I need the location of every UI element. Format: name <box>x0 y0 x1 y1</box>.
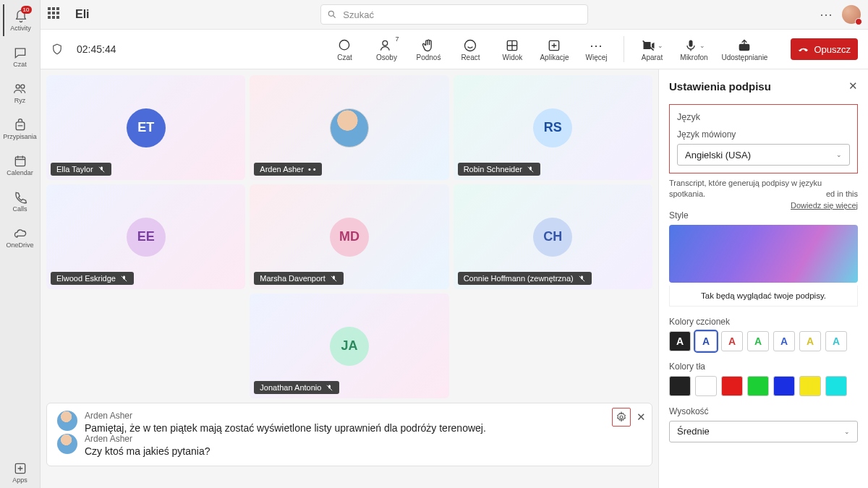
rail-assignments[interactable]: Przypisania <box>3 113 38 145</box>
gear-icon <box>616 411 627 423</box>
rail-onedrive[interactable]: OneDrive <box>3 221 38 253</box>
avatar-initials: EE <box>127 218 166 257</box>
bg-color-swatch[interactable] <box>747 376 769 396</box>
bg-color-swatch[interactable] <box>799 376 821 396</box>
shield-icon[interactable] <box>51 43 64 56</box>
participant-tile[interactable]: JAJonathan Antonio <box>250 294 448 398</box>
captions-close-button[interactable]: ✕ <box>637 411 646 424</box>
caption-row: Arden AsherCzy ktoś ma jakieś pytania? <box>57 434 642 457</box>
panel-title: Ustawienia podpisu <box>669 80 771 93</box>
bg-color-swatch[interactable] <box>773 376 795 396</box>
font-color-swatch[interactable]: A <box>799 331 821 351</box>
backpack-icon <box>12 117 28 133</box>
meeting-toolbar: 02:45:44 Czat 7Osoby Podnoś React Widok … <box>41 29 868 69</box>
toolbar-people[interactable]: 7Osoby <box>372 38 401 61</box>
learn-more-link[interactable]: Dowiedz się więcej <box>791 200 858 211</box>
caption-speaker: Arden Asher <box>85 411 486 421</box>
svg-point-0 <box>16 85 20 88</box>
toolbar-share[interactable]: Udostępnianie <box>721 38 767 61</box>
phone-down-icon <box>798 43 809 55</box>
avatar-initials: CH <box>533 218 572 257</box>
style-preview <box>669 225 858 283</box>
top-bar: Eli Szukać ⋯ <box>41 0 868 29</box>
toolbar-apps[interactable]: Aplikacje <box>540 38 569 61</box>
leave-button[interactable]: Opuszcz <box>791 38 858 60</box>
bg-color-swatch[interactable] <box>669 376 691 396</box>
toolbar-react[interactable]: React <box>456 38 485 61</box>
participant-tile[interactable]: RSRobin Schneider <box>454 75 652 180</box>
search-input[interactable]: Szukać <box>320 4 588 25</box>
participant-tile[interactable]: ETElla Taylor <box>46 75 245 180</box>
panel-close-button[interactable]: ✕ <box>848 80 858 93</box>
bg-color-swatch[interactable] <box>695 376 717 396</box>
share-icon <box>736 38 752 53</box>
chevron-down-icon: ⌄ <box>658 42 663 49</box>
participant-name-bar: Marsha Davenport <box>254 272 344 285</box>
captions-settings-button[interactable] <box>612 408 631 427</box>
rail-apps[interactable]: Apps <box>3 456 38 488</box>
caption-speaker: Arden Asher <box>85 434 210 444</box>
spoken-language-select[interactable]: Angielski (USA) ⌄ <box>677 144 850 166</box>
avatar-initials: MD <box>330 218 369 257</box>
rail-activity[interactable]: 10 Activity <box>3 4 38 36</box>
font-color-swatch[interactable]: A <box>825 331 847 351</box>
mic-off-icon <box>330 275 338 283</box>
rail-calendar[interactable]: Calendar <box>3 149 38 181</box>
avatar[interactable] <box>842 5 861 24</box>
bg-color-swatch[interactable] <box>825 376 847 396</box>
rail-teams[interactable]: Ryz <box>3 77 38 108</box>
grid-icon <box>504 38 520 53</box>
svg-point-7 <box>383 40 388 46</box>
svg-point-5 <box>329 11 334 16</box>
height-select[interactable]: Średnie ⌄ <box>669 421 858 442</box>
rail-calls[interactable]: Calls <box>3 185 38 217</box>
toolbar-more[interactable]: ⋯Więcej <box>582 38 610 61</box>
person-icon: 7 <box>378 38 394 53</box>
avatar-initials: JA <box>330 327 369 366</box>
font-color-swatch[interactable]: A <box>721 331 743 351</box>
font-color-swatch[interactable]: A <box>669 331 691 351</box>
cloud-icon <box>12 226 28 241</box>
avatar-initials: ET <box>127 108 166 147</box>
ellipsis-icon: ⋯ <box>588 38 604 53</box>
bg-color-swatch[interactable] <box>721 376 743 396</box>
phone-icon <box>12 189 28 205</box>
participant-tile[interactable]: EEElwood Eskridge <box>46 184 245 289</box>
toolbar-camera[interactable]: ⌄Aparat <box>637 38 666 61</box>
participant-tile[interactable]: Arden Asher• • <box>250 75 448 180</box>
svg-rect-3 <box>15 157 25 166</box>
svg-point-26 <box>620 416 623 419</box>
waffle-icon[interactable] <box>48 7 62 22</box>
chevron-down-icon: ⌄ <box>699 42 705 49</box>
caption-row: Arden AsherPamiętaj, że w ten piątek maj… <box>57 411 642 434</box>
rail-chat[interactable]: Czat <box>3 40 38 72</box>
chevron-down-icon: ⌄ <box>836 151 842 158</box>
svg-rect-12 <box>689 40 692 46</box>
language-section: Język Język mówiony Angielski (USA) ⌄ <box>669 104 858 174</box>
toolbar-view[interactable]: Widok <box>498 38 527 61</box>
more-icon[interactable]: ⋯ <box>820 7 833 22</box>
participant-tile[interactable]: CHConnie Hoffmann (zewnętrzna) <box>454 184 652 289</box>
participant-tile[interactable]: MDMarsha Davenport <box>250 184 448 289</box>
font-color-swatch[interactable]: A <box>773 331 795 351</box>
mic-icon <box>683 38 699 53</box>
mic-off-icon <box>98 166 106 174</box>
hand-icon <box>420 38 436 53</box>
app-title: Eli <box>75 8 90 21</box>
caption-text: Czy ktoś ma jakieś pytania? <box>85 445 210 457</box>
toolbar-raise-hand[interactable]: Podnoś <box>414 38 443 61</box>
plus-square-icon <box>546 38 562 53</box>
mic-off-icon <box>527 166 535 174</box>
caption-text: Pamiętaj, że w ten piątek mają zostać wy… <box>85 422 486 434</box>
chat-icon <box>12 45 28 61</box>
chat-bubble-icon <box>336 38 352 53</box>
mic-off-icon <box>120 275 128 283</box>
camera-off-icon <box>641 38 657 53</box>
toolbar-mic[interactable]: ⌄Mikrofon <box>679 38 708 61</box>
font-color-swatch[interactable]: A <box>747 331 769 351</box>
font-color-swatch[interactable]: A <box>695 331 717 351</box>
left-rail: 10 Activity Czat Ryz Przypisania Calenda… <box>0 0 41 488</box>
captions-panel: ✕ Arden AsherPamiętaj, że w ten piątek m… <box>46 403 652 466</box>
toolbar-chat[interactable]: Czat <box>330 38 359 61</box>
search-icon <box>327 9 337 20</box>
